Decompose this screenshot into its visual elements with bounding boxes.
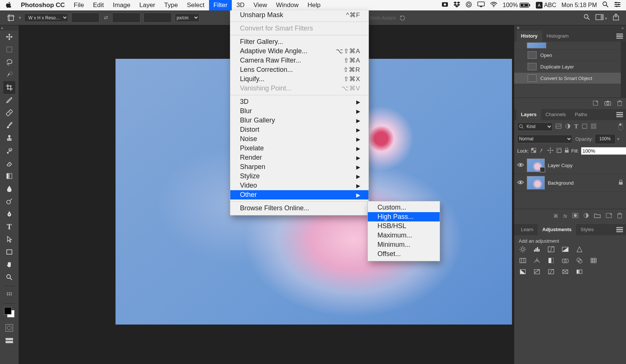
tab-learn[interactable]: Learn bbox=[516, 224, 538, 235]
history-state[interactable]: Open bbox=[514, 50, 621, 61]
layers-group-icon[interactable] bbox=[594, 213, 601, 219]
panel-collapse-icon[interactable]: « bbox=[622, 26, 624, 30]
lasso-tool[interactable] bbox=[3, 56, 15, 68]
crop-width-field[interactable] bbox=[71, 13, 99, 23]
visibility-icon[interactable] bbox=[517, 163, 524, 168]
crop-res-field[interactable] bbox=[143, 13, 172, 23]
control-center-icon[interactable] bbox=[614, 2, 621, 9]
layer-name[interactable]: Background bbox=[548, 180, 616, 186]
adj-colorbalance-icon[interactable] bbox=[533, 257, 541, 264]
wifi-icon[interactable] bbox=[490, 2, 497, 9]
layers-kind-select[interactable]: Kind bbox=[517, 122, 553, 131]
type-tool[interactable]: T bbox=[3, 220, 15, 233]
brush-tool[interactable] bbox=[3, 119, 15, 132]
filter-adjust-icon[interactable] bbox=[565, 124, 570, 130]
reset-crop-icon[interactable] bbox=[399, 15, 406, 21]
menu-window[interactable]: Window bbox=[272, 0, 303, 10]
history-scrollbar[interactable] bbox=[621, 42, 626, 98]
layers-fx-icon[interactable]: fx bbox=[563, 213, 567, 219]
lock-all-icon[interactable] bbox=[565, 148, 569, 154]
adj-brightness-icon[interactable] bbox=[519, 246, 527, 253]
menu-filter[interactable]: Filter bbox=[209, 0, 232, 10]
hist-doc-thumb[interactable] bbox=[514, 42, 621, 50]
menu-file[interactable]: File bbox=[69, 0, 88, 10]
edit-toolbar-icon[interactable] bbox=[3, 288, 15, 301]
adj-vibrance-icon[interactable] bbox=[575, 246, 584, 253]
layer-row[interactable]: Background bbox=[514, 174, 626, 192]
layers-panel-menu-icon[interactable] bbox=[616, 112, 623, 117]
history-brush-tool[interactable] bbox=[3, 144, 15, 157]
lock-nest-icon[interactable] bbox=[556, 148, 562, 154]
adj-gradmap-icon[interactable] bbox=[575, 268, 584, 275]
airplay-icon[interactable] bbox=[477, 1, 485, 9]
opacity-value[interactable] bbox=[595, 134, 616, 144]
adj-colorlookup-icon[interactable] bbox=[589, 257, 598, 264]
spotlight-icon[interactable] bbox=[602, 1, 609, 9]
history-state[interactable]: Duplicate Layer bbox=[514, 61, 621, 73]
filter-menu-item[interactable]: Adaptive Wide Angle...⌥⇧⌘A bbox=[230, 47, 369, 56]
zoom-tool[interactable] bbox=[3, 271, 15, 284]
layer-thumb[interactable] bbox=[527, 159, 545, 172]
tab-styles[interactable]: Styles bbox=[576, 224, 598, 235]
history-state[interactable]: Convert to Smart Object bbox=[514, 73, 621, 84]
clock[interactable]: Mon 5:18 PM bbox=[562, 2, 597, 9]
filter-menu-item[interactable]: Sharpen▶ bbox=[230, 162, 369, 172]
menu-help[interactable]: Help bbox=[303, 0, 325, 10]
filter-menu-item[interactable]: Camera Raw Filter...⇧⌘A bbox=[230, 56, 369, 65]
screenmode-icon[interactable] bbox=[3, 334, 15, 347]
marquee-tool[interactable] bbox=[3, 43, 15, 56]
history-panel-menu-icon[interactable] bbox=[616, 33, 623, 39]
options-search-icon[interactable] bbox=[584, 14, 590, 22]
blur-tool[interactable] bbox=[3, 182, 15, 195]
apple-menu-icon[interactable] bbox=[5, 1, 13, 9]
fill-value[interactable] bbox=[581, 147, 626, 155]
record-icon[interactable] bbox=[442, 2, 448, 9]
layer-name[interactable]: Layer Copy bbox=[548, 163, 623, 168]
crop-height-field[interactable] bbox=[112, 13, 140, 23]
adj-invert-icon[interactable] bbox=[519, 268, 527, 275]
cc-icon[interactable] bbox=[465, 1, 472, 9]
menu-edit[interactable]: Edit bbox=[88, 0, 108, 10]
filter-menu-item[interactable]: Distort▶ bbox=[230, 125, 369, 134]
filter-other-item[interactable]: High Pass... bbox=[368, 212, 440, 221]
layers-filter-toggle[interactable] bbox=[619, 123, 623, 130]
healing-tool[interactable] bbox=[3, 106, 15, 119]
crop-preset-select[interactable]: W x H x Reso… bbox=[24, 13, 68, 22]
lock-trans-icon[interactable] bbox=[531, 148, 536, 154]
options-doclayout-icon[interactable]: ▾ bbox=[595, 14, 607, 21]
panel-close-icon[interactable]: ✕ bbox=[516, 26, 520, 31]
crop-unit-select[interactable]: px/cm bbox=[175, 13, 199, 22]
filter-menu-item[interactable]: Other▶ bbox=[230, 190, 369, 199]
adj-exposure-icon[interactable] bbox=[561, 246, 569, 253]
filter-menu-item[interactable]: Blur Gallery▶ bbox=[230, 116, 369, 125]
crop-tool[interactable] bbox=[3, 81, 15, 94]
menu-image[interactable]: Image bbox=[108, 0, 135, 10]
quickmask-icon[interactable] bbox=[3, 322, 15, 334]
filter-menu-item[interactable]: Stylize▶ bbox=[230, 172, 369, 181]
filter-menu-item[interactable]: Video▶ bbox=[230, 181, 369, 190]
layers-blend-mode[interactable]: Normal bbox=[517, 135, 572, 143]
adjust-panel-menu-icon[interactable] bbox=[616, 227, 623, 232]
filter-menu-item[interactable]: Pixelate▶ bbox=[230, 144, 369, 153]
adj-levels-icon[interactable] bbox=[533, 246, 541, 253]
adj-curves-icon[interactable] bbox=[547, 246, 555, 253]
dodge-tool[interactable] bbox=[3, 195, 15, 208]
layers-link-icon[interactable]: ⌘ bbox=[553, 213, 558, 219]
filter-menu-item[interactable]: 3D▶ bbox=[230, 97, 369, 106]
eraser-tool[interactable] bbox=[3, 157, 15, 170]
tab-history[interactable]: History bbox=[516, 31, 542, 42]
filter-other-item[interactable]: Minimum... bbox=[368, 240, 440, 249]
adj-photofilter-icon[interactable] bbox=[561, 257, 569, 264]
menu-layer[interactable]: Layer bbox=[135, 0, 160, 10]
move-tool[interactable] bbox=[3, 31, 15, 43]
filter-pixel-icon[interactable] bbox=[556, 124, 562, 130]
filter-smart-icon[interactable] bbox=[591, 124, 596, 130]
visibility-icon[interactable] bbox=[517, 180, 524, 186]
path-select-tool[interactable] bbox=[3, 233, 15, 246]
dropbox-icon[interactable] bbox=[453, 1, 460, 9]
filter-menu-item[interactable]: Blur▶ bbox=[230, 106, 369, 116]
filter-menu-item[interactable]: Liquify...⇧⌘X bbox=[230, 74, 369, 84]
menu-type[interactable]: Type bbox=[160, 0, 183, 10]
filter-menu-item[interactable]: Lens Correction...⇧⌘R bbox=[230, 65, 369, 74]
rectangle-tool[interactable] bbox=[3, 246, 15, 258]
